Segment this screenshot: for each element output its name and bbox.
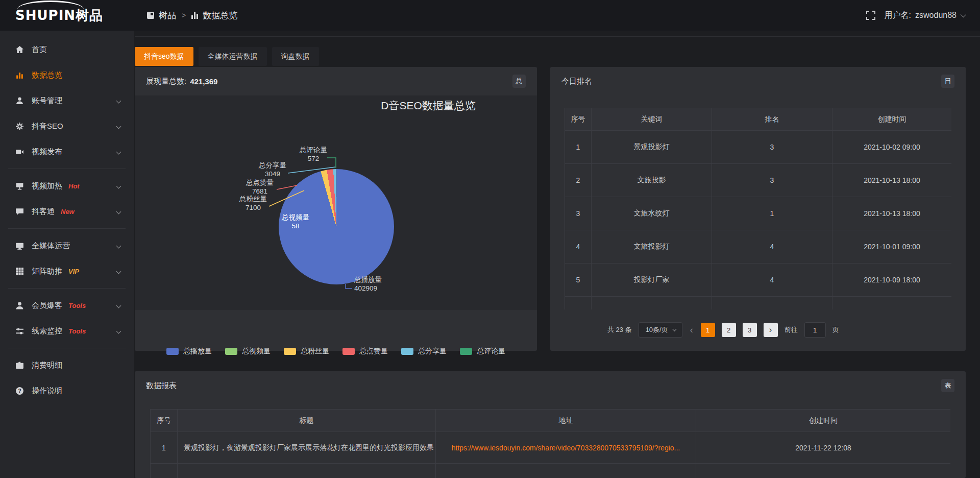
table-row: 1景观投影灯32021-10-02 09:00 (565, 131, 952, 164)
report-row-title: 景观投影灯，夜游景观投影灯厂家展示展示落花灯在花园里的灯光投影应用效果 # (178, 432, 436, 464)
topbar: SHUPIN树品 树品 > 数据总览 用户名: zswodun88 (0, 0, 980, 31)
page-size-select[interactable]: 10条/页 (639, 322, 682, 338)
page: SHUPIN树品 树品 > 数据总览 用户名: zswodun88 首页 数据总… (0, 0, 980, 478)
report-title: 数据报表 (146, 381, 177, 391)
user-menu[interactable]: 用户名: zswodun88 (885, 10, 965, 21)
sidebar-item-spend-detail[interactable]: 消费明细 (0, 352, 134, 378)
ranking-title: 今日排名 (561, 77, 592, 86)
goto-page-input[interactable] (804, 322, 826, 338)
chevron-down-icon (116, 98, 121, 103)
legend-item[interactable]: 总视频量 (225, 347, 271, 356)
sidebar-item-instructions[interactable]: ? 操作说明 (0, 378, 134, 403)
report-table: 序号标题地址创建时间 1 景观投影灯，夜游景观投影灯厂家展示展示落花灯在花园里的… (150, 409, 950, 478)
grid-icon (15, 267, 24, 276)
gear-icon (15, 122, 24, 131)
table-row-partial (565, 297, 952, 310)
video-link[interactable]: https://www.iesdouyin.com/share/video/70… (452, 444, 680, 452)
pie-chart-area: D音SEO数据量总览 总评论量572 总分享量3049 总点赞量7681 总粉丝… (135, 95, 537, 310)
goto-unit: 页 (832, 325, 839, 334)
screen-icon (15, 182, 24, 190)
legend-item[interactable]: 总粉丝量 (284, 347, 329, 356)
sidebar-item-video-publish[interactable]: 视频发布 (0, 139, 134, 164)
label-total-comments: 总评论量572 (283, 146, 344, 163)
sidebar-divider (8, 288, 126, 289)
chevron-down-icon (116, 183, 121, 188)
next-page-button[interactable]: › (764, 323, 778, 337)
video-camera-icon (15, 148, 24, 156)
day-chip-button[interactable]: 日 (941, 75, 954, 88)
fullscreen-icon[interactable] (866, 11, 875, 20)
page-button-1[interactable]: 1 (701, 323, 715, 337)
breadcrumb-root[interactable]: 树品 (159, 10, 176, 21)
legend-item[interactable]: 总分享量 (401, 347, 447, 356)
sidebar-item-member-burst[interactable]: 会员爆客 Tools (0, 293, 134, 318)
table-row: 4文旅投影灯42021-10-01 09:00 (565, 230, 952, 264)
question-circle-icon: ? (15, 387, 24, 395)
hot-badge: Hot (68, 182, 80, 190)
label-total-plays: 总播放量402909 (354, 275, 426, 293)
goto-label: 前往 (785, 325, 798, 334)
sidebar-item-lead-monitor[interactable]: 线索监控 Tools (0, 318, 134, 344)
tab-douyin-seo-data[interactable]: 抖音seo数据 (135, 47, 193, 66)
report-panel: 数据报表 表 序号标题地址创建时间 1 景观投影灯，夜游景观投影灯厂家展示展示落… (135, 371, 966, 478)
new-badge: New (61, 208, 75, 216)
tab-media-operation-data[interactable]: 全媒体运营数据 (199, 47, 267, 66)
prev-page-button[interactable]: ‹ (689, 325, 694, 336)
sidebar-divider (8, 348, 126, 348)
chevron-down-icon (116, 328, 121, 333)
legend-swatch (225, 348, 237, 355)
chevron-down-icon (116, 303, 121, 308)
svg-text:?: ? (18, 388, 21, 394)
tools-badge: Tools (68, 327, 86, 335)
chat-icon (15, 207, 24, 216)
chevron-down-icon (116, 124, 121, 129)
vip-badge: VIP (68, 268, 79, 275)
wallet-icon (15, 361, 24, 370)
sidebar-item-data-overview[interactable]: 数据总览 (0, 62, 134, 88)
legend-item[interactable]: 总评论量 (460, 347, 505, 356)
chevron-down-icon (116, 209, 121, 214)
legend-swatch (284, 348, 296, 355)
username: zswodun88 (915, 11, 957, 20)
table-row-partial (151, 464, 951, 478)
legend-swatch (460, 348, 472, 355)
chart-legend: 总播放量 总视频量 总粉丝量 总点赞量 总分享量 总评论量 (135, 347, 537, 356)
breadcrumb-separator: > (182, 11, 186, 19)
table-chip-button[interactable]: 表 (941, 379, 954, 392)
impressions-label: 展现量总数: (146, 77, 186, 86)
table-row: 5投影灯厂家42021-10-09 18:00 (565, 264, 952, 297)
total-chip-button[interactable]: 总 (512, 75, 526, 88)
breadcrumb-current: 数据总览 (203, 10, 237, 21)
sidebar-item-account[interactable]: 账号管理 (0, 88, 134, 113)
breadcrumb-root-icon (147, 12, 154, 19)
legend-item[interactable]: 总播放量 (166, 347, 212, 356)
table-row: 1 景观投影灯，夜游景观投影灯厂家展示展示落花灯在花园里的灯光投影应用效果 # … (151, 432, 951, 464)
overview-panel: 展现量总数: 421,369 总 D音SEO数据量总览 总评论量572 总分享量… (135, 67, 537, 351)
tools-badge: Tools (68, 302, 86, 309)
legend-item[interactable]: 总点赞量 (342, 347, 388, 356)
sidebar-item-matrix-boost[interactable]: 矩阵助推 VIP (0, 258, 134, 284)
ranking-panel: 今日排名 日 序号关键词排名创建时间 1景观投影灯32021-10-02 09:… (550, 67, 966, 351)
sidebar-item-douyin-seo[interactable]: 抖音SEO (0, 113, 134, 139)
table-header-row: 序号关键词排名创建时间 (565, 108, 952, 131)
sidebar-item-media-operation[interactable]: 全媒体运营 (0, 233, 134, 258)
page-button-2[interactable]: 2 (722, 323, 736, 337)
sidebar-item-douketong[interactable]: 抖客通 New (0, 199, 134, 224)
breadcrumb: 树品 > 数据总览 (147, 10, 237, 21)
bar-chart-icon (191, 12, 198, 19)
sidebar-item-home[interactable]: 首页 (0, 37, 134, 62)
pagination-total: 共 23 条 (607, 325, 632, 334)
chevron-down-icon (116, 149, 121, 154)
tab-inquiry-data[interactable]: 询盘数据 (272, 47, 319, 66)
page-button-3[interactable]: 3 (743, 323, 757, 337)
sidebar-item-video-heat[interactable]: 视频加热 Hot (0, 173, 134, 199)
label-total-fans: 总粉丝量7100 (223, 195, 284, 212)
table-header-row: 序号标题地址创建时间 (151, 410, 951, 432)
chevron-down-icon (961, 12, 966, 17)
legend-swatch (401, 348, 413, 355)
logo-arc (17, 1, 84, 18)
legend-swatch (166, 348, 179, 355)
impressions-value: 421,369 (190, 77, 217, 86)
table-row: 2文旅投影32021-10-13 18:00 (565, 164, 952, 197)
username-label: 用户名: (885, 10, 911, 21)
